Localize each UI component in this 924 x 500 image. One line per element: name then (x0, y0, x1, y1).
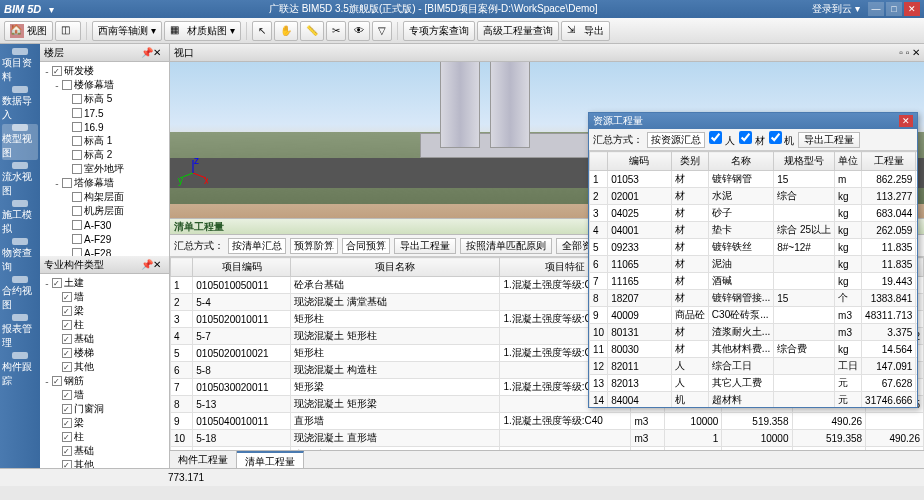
col-header[interactable]: 规格型号 (774, 152, 835, 171)
tree-node[interactable]: 柱 (42, 318, 167, 332)
type-tree[interactable]: -土建墙梁柱基础楼梯其他-钢筋墙门窗洞梁柱基础其他-给排水管道(水)阀门法兰(水… (40, 274, 169, 468)
col-header[interactable] (590, 152, 608, 171)
resource-titlebar[interactable]: 资源工程量 ✕ (589, 113, 917, 129)
res-export-button[interactable]: 导出工程量 (798, 132, 860, 148)
viewport-menu-icon[interactable]: ▫ ▫ ✕ (899, 47, 920, 58)
rail-模型视图[interactable]: 模型视图 (2, 124, 38, 160)
material-map-button[interactable]: ▦材质贴图 ▾ (164, 21, 241, 41)
tree-node[interactable]: A-F29 (42, 232, 167, 246)
table-row[interactable]: 1180030材其他材料费...综合费kg14.5644806990.72 (590, 341, 918, 358)
rail-施工模拟[interactable]: 施工模拟 (2, 200, 38, 236)
tree-node[interactable]: 墙 (42, 388, 167, 402)
tree-node[interactable]: A-F30 (42, 218, 167, 232)
budget-dropdown[interactable]: 预算阶算 (290, 238, 338, 254)
table-row[interactable]: 105-18现浇混凝土 直形墙m3110000519.358490.26 (171, 430, 924, 447)
tree-node[interactable]: -土建 (42, 276, 167, 290)
col-header[interactable]: 单位 (835, 152, 862, 171)
view-mode-button[interactable]: ◫ (55, 21, 81, 41)
tree-node[interactable]: 基础 (42, 332, 167, 346)
panel-close-icon[interactable]: ✕ (153, 259, 165, 270)
tree-node[interactable]: 16.9 (42, 120, 167, 134)
table-row[interactable]: 101053材镀锌钢管15m862.2593.993440.41 (590, 171, 918, 188)
resource-grid[interactable]: 编码类别名称规格型号单位工程量单价合价(元)101053材镀锌钢管15m862.… (589, 151, 917, 407)
rail-物资查询[interactable]: 物资查询 (2, 238, 38, 274)
tree-node[interactable]: 标高 2 (42, 148, 167, 162)
tree-node[interactable]: 梁 (42, 416, 167, 430)
resource-window[interactable]: 资源工程量 ✕ 汇总方式： 按资源汇总 人 材 机 导出工程量 编码类别名称规格… (588, 112, 918, 408)
panel-close-icon[interactable]: ✕ (153, 47, 165, 58)
tree-node[interactable]: -研发楼 (42, 64, 167, 78)
table-row[interactable]: 1080131材渣浆耐火土...m33.37570236.23 (590, 324, 918, 341)
tree-node[interactable]: 构架层面 (42, 190, 167, 204)
tree-node[interactable]: 门窗洞 (42, 402, 167, 416)
axis-dropdown[interactable]: 西南等轴测 ▾ (92, 21, 162, 41)
resource-close-button[interactable]: ✕ (899, 115, 913, 127)
res-method-dropdown[interactable]: 按资源汇总 (647, 132, 705, 148)
col-header[interactable]: 名称 (708, 152, 773, 171)
tab-component-qty[interactable]: 构件工程量 (170, 451, 237, 468)
table-row[interactable]: 90105040010011直形墙1.混凝土强度等级:C40m310000519… (171, 413, 924, 430)
tool-arrow[interactable]: ↖ (252, 21, 272, 41)
maximize-button[interactable]: □ (886, 2, 902, 16)
tool-measure[interactable]: 📏 (300, 21, 324, 41)
tree-node[interactable]: 其他 (42, 360, 167, 374)
col-header[interactable] (171, 258, 193, 277)
table-row[interactable]: 509233材镀锌铁丝8#~12#kg11.8353.8545.56 (590, 239, 918, 256)
tree-node[interactable]: -楼修幕墙 (42, 78, 167, 92)
table-row[interactable]: 940009商品砼C30砼砖泵...m348311.71341019810002… (590, 307, 918, 324)
table-row[interactable]: 711165材酒碱kg19.4434.6790.8 (590, 273, 918, 290)
export-button[interactable]: ⇲导出 (561, 21, 610, 41)
view-button[interactable]: 🏠视图 (4, 21, 53, 41)
tool-filter[interactable]: ▽ (372, 21, 392, 41)
tree-node[interactable]: 机房层面 (42, 204, 167, 218)
special-query-button[interactable]: 专项方案查询 (403, 21, 475, 41)
cloud-login[interactable]: 登录到云 ▾ (812, 2, 860, 16)
minimize-button[interactable]: — (868, 2, 884, 16)
floor-tree[interactable]: -研发楼-楼修幕墙标高 517.516.9标高 1标高 2室外地坪-塔修幕墙构架… (40, 62, 169, 256)
tool-section[interactable]: ✂ (326, 21, 346, 41)
filter-machine[interactable]: 机 (769, 131, 795, 148)
rail-报表管理[interactable]: 报表管理 (2, 314, 38, 350)
tool-hide[interactable]: 👁 (348, 21, 370, 41)
rail-构件跟踪[interactable]: 构件跟踪 (2, 352, 38, 388)
filter-person[interactable]: 人 (709, 131, 735, 148)
col-header[interactable]: 项目名称 (290, 258, 500, 277)
col-header[interactable]: 类别 (671, 152, 708, 171)
tree-node[interactable]: 其他 (42, 458, 167, 468)
close-button[interactable]: ✕ (904, 2, 920, 16)
tree-node[interactable]: 柱 (42, 430, 167, 444)
tool-pan[interactable]: ✋ (274, 21, 298, 41)
rail-数据导入[interactable]: 数据导入 (2, 86, 38, 122)
table-row[interactable]: 818207材镀锌钢管接...15个1383.8410.52719.6 (590, 290, 918, 307)
tree-node[interactable]: 17.5 (42, 106, 167, 120)
advanced-query-button[interactable]: 高级工程量查询 (477, 21, 559, 41)
table-row[interactable]: 1484004机超材料元31746.666131746.65 (590, 392, 918, 408)
rail-合约视图[interactable]: 合约视图 (2, 276, 38, 312)
tree-node[interactable]: 标高 1 (42, 134, 167, 148)
tree-node[interactable]: 标高 5 (42, 92, 167, 106)
tree-node[interactable]: -钢筋 (42, 374, 167, 388)
match-button[interactable]: 按照清单匹配原则 (460, 238, 552, 254)
table-row[interactable]: 304025材砂子kg683.0440.0427.32 (590, 205, 918, 222)
tree-node[interactable]: 室外地坪 (42, 162, 167, 176)
method-dropdown[interactable]: 按清单汇总 (228, 238, 286, 254)
col-header[interactable]: 工程量 (862, 152, 916, 171)
pin-icon[interactable]: 📌 (141, 259, 153, 270)
pin-icon[interactable]: 📌 (141, 47, 153, 58)
col-header[interactable]: 项目编码 (193, 258, 291, 277)
table-row[interactable]: 1282011人综合工日工日147.09132.534784.88 (590, 358, 918, 375)
tree-node[interactable]: 梁 (42, 304, 167, 318)
rail-项目资料[interactable]: 项目资料 (2, 48, 38, 84)
table-row[interactable]: 202001材水泥综合kg113.2770.3741.91 (590, 188, 918, 205)
export-qty-button[interactable]: 导出工程量 (394, 238, 456, 254)
table-row[interactable]: 404001材垫卡综合 25以上kg262.0590.45117.93 (590, 222, 918, 239)
tree-node[interactable]: -塔修幕墙 (42, 176, 167, 190)
tree-node[interactable]: 基础 (42, 444, 167, 458)
table-row[interactable]: 1382013人其它人工费元67.628167.63 (590, 375, 918, 392)
contract-dropdown[interactable]: 合同预算 (342, 238, 390, 254)
col-header[interactable]: 编码 (608, 152, 672, 171)
tree-node[interactable]: 墙 (42, 290, 167, 304)
rail-流水视图[interactable]: 流水视图 (2, 162, 38, 198)
tree-node[interactable]: 楼梯 (42, 346, 167, 360)
tab-list-qty[interactable]: 清单工程量 (237, 451, 304, 468)
